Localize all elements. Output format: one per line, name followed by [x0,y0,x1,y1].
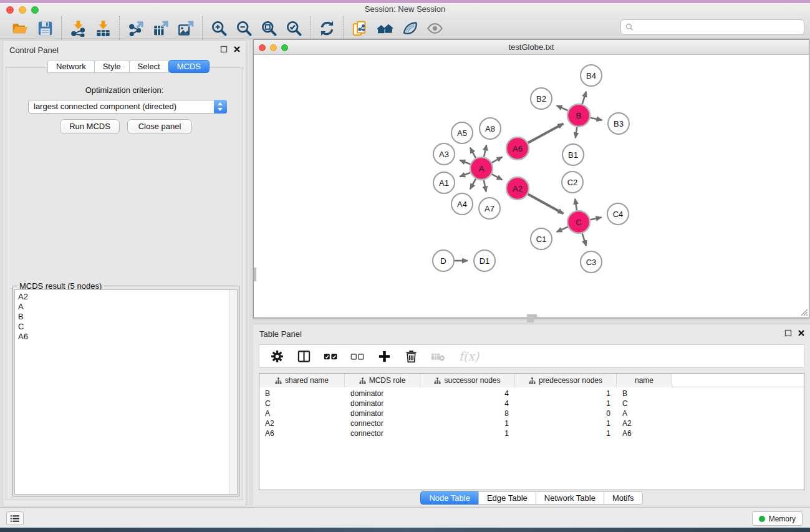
result-item[interactable]: A2 [15,292,237,302]
edge-C-C2[interactable] [575,199,577,211]
edge-C-C4[interactable] [591,217,602,220]
new-network-from-selection-icon[interactable] [347,17,372,39]
result-list-scrollbar[interactable] [229,290,237,494]
edge-B-B2[interactable] [557,105,568,110]
edge-A-A6[interactable] [492,157,503,163]
edge-A-A2[interactable] [492,174,503,180]
tab-style[interactable]: Style [94,60,130,73]
deselect-all-icon[interactable] [349,347,366,365]
close-panel-icon[interactable] [233,46,241,55]
edge-A2-C[interactable] [528,194,564,213]
edge-A-A8[interactable] [484,145,486,157]
edge-A-A1[interactable] [460,173,470,177]
import-network-icon[interactable] [65,17,90,39]
table-cell[interactable]: dominator [345,399,420,409]
tab-mcds[interactable]: MCDS [168,60,210,73]
table-cell[interactable]: 8 [420,409,515,418]
tab-select[interactable]: Select [129,60,169,73]
import-table-icon[interactable] [90,17,115,39]
settings-gear-icon[interactable] [268,347,286,365]
search-input[interactable] [634,21,804,34]
birds-eye-view-icon[interactable] [422,17,447,39]
search-field[interactable] [620,19,804,35]
export-network-icon[interactable] [123,17,148,39]
run-mcds-button[interactable]: Run MCDS [60,119,120,134]
open-file-icon[interactable] [7,17,32,39]
tab-network[interactable]: Network [47,60,95,73]
save-session-icon[interactable] [32,17,57,39]
table-cell[interactable]: 1 [515,418,617,428]
resize-grip-icon[interactable] [799,307,808,316]
table-cell[interactable]: 1 [420,418,515,428]
table-cell[interactable]: B [617,389,672,399]
zoom-out-icon[interactable] [231,17,256,39]
table-cell[interactable]: A2 [617,418,672,428]
table-row[interactable]: Bdominator41B [259,389,804,399]
edge-C-C3[interactable] [582,233,586,246]
result-item[interactable]: A6 [15,332,237,342]
export-image-icon[interactable] [173,17,198,39]
edge-A-A4[interactable] [470,179,476,190]
tab-edge-table[interactable]: Edge Table [478,491,536,505]
network-window-titlebar[interactable]: testGlobe.txt [254,40,809,55]
table-cell[interactable]: C [617,399,672,409]
mcds-result-list[interactable]: A2ABCA6 [14,289,238,495]
canvas-horizontal-scrollbar[interactable] [527,314,537,317]
edge-A-A3[interactable] [460,160,470,165]
select-all-icon[interactable] [322,347,339,365]
zoom-fit-icon[interactable] [256,17,281,39]
export-table-icon[interactable] [148,17,173,39]
table-row[interactable]: Cdominator41C [259,399,804,409]
close-table-panel-icon[interactable] [798,329,805,339]
table-cell[interactable]: 1 [515,399,617,409]
table-cell[interactable]: A6 [617,428,672,438]
tab-network-table[interactable]: Network Table [536,491,604,505]
column-header-predecessor-nodes[interactable]: predecessor nodes [515,374,617,387]
tab-node-table[interactable]: Node Table [420,491,479,505]
edge-C-C1[interactable] [557,227,568,232]
canvas-vertical-scrollbar[interactable] [254,268,256,281]
table-cell[interactable]: A2 [259,418,345,428]
table-cell[interactable]: dominator [345,389,420,399]
table-cell[interactable]: C [259,399,345,409]
result-item[interactable]: B [15,312,237,322]
zoom-in-icon[interactable] [206,17,231,39]
edge-B-B4[interactable] [582,92,586,104]
table-cell[interactable]: 1 [420,428,515,438]
column-header-mcds-role[interactable]: MCDS role [345,374,420,387]
edge-A-A5[interactable] [470,148,476,158]
result-item[interactable]: A [15,302,237,312]
table-cell[interactable]: connector [345,418,420,428]
criterion-select[interactable]: largest connected component (directed) [28,100,227,114]
edge-B-B3[interactable] [591,118,602,120]
table-cell[interactable]: A [617,409,672,418]
close-panel-button[interactable]: Close panel [127,119,192,134]
home-icon[interactable] [372,17,397,39]
table-cell[interactable]: A6 [259,428,345,438]
edge-A6-B[interactable] [528,123,564,143]
tab-motifs[interactable]: Motifs [604,491,643,505]
result-item[interactable]: C [15,322,237,332]
table-row[interactable]: A6connector11A6 [259,428,804,438]
table-cell[interactable]: dominator [345,409,420,418]
delete-column-icon[interactable] [402,347,420,365]
table-cell[interactable]: A [259,409,345,418]
float-panel-icon[interactable] [220,46,228,55]
table-cell[interactable]: 1 [515,428,617,438]
table-row[interactable]: Adominator80A [259,409,804,418]
memory-button[interactable]: Memory [752,511,803,526]
column-header-successor-nodes[interactable]: successor nodes [420,374,515,387]
table-cell[interactable]: 1 [515,389,617,399]
table-cell[interactable]: connector [345,428,420,438]
automation-menu-button[interactable] [6,511,24,525]
zoom-selected-icon[interactable] [281,17,306,39]
column-browser-icon[interactable] [295,347,312,365]
edge-A-A7[interactable] [484,180,486,192]
panel-splitter-handle[interactable] [527,319,534,322]
column-header-shared-name[interactable]: shared name [259,374,345,387]
table-cell[interactable]: 4 [420,389,515,399]
float-table-panel-icon[interactable] [784,329,792,339]
table-cell[interactable]: B [259,389,345,399]
select-stepper-icon[interactable] [214,100,227,114]
refresh-icon[interactable] [314,17,339,39]
